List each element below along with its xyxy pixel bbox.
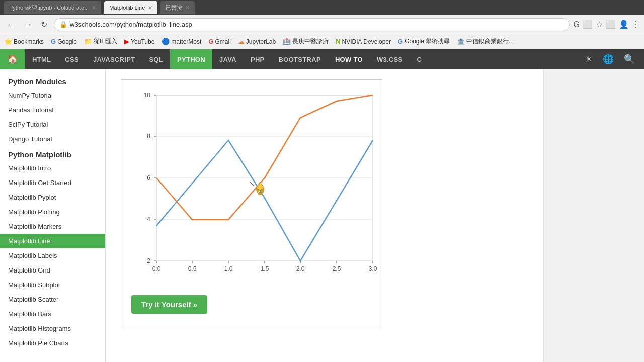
sidebar-item-scatter[interactable]: Matplotlib Scatter: [0, 292, 105, 307]
theme-toggle-button[interactable]: ☀: [581, 52, 597, 67]
translate-icon[interactable]: ⬜: [583, 20, 593, 29]
address-icons: G ⬜ ☆ ⬜ 👤 ⋮: [574, 20, 640, 29]
address-bar-row: ← → ↻ 🔒 w3schools.com/python/matplotlib_…: [0, 15, 644, 34]
sidebar-item-pyplot[interactable]: Matplotlib Pyplot: [0, 190, 105, 205]
svg-text:2.5: 2.5: [333, 265, 341, 273]
sidebar-section-modules: Python Modules: [0, 73, 105, 88]
tab-2[interactable]: Matplotlib Line ✕: [104, 1, 157, 14]
bookmark-bookmarks[interactable]: ⭐ Bookmarks: [4, 38, 44, 45]
sidebar-item-subplot[interactable]: Matplotlib Subplot: [0, 278, 105, 292]
back-button[interactable]: ←: [4, 19, 17, 30]
sidebar-item-pandas[interactable]: Pandas Tutorial: [0, 103, 105, 117]
hospital-icon: 🏥: [283, 38, 291, 45]
svg-point-33: [258, 192, 262, 195]
bookmark-nvidia[interactable]: N NVIDIA Developer: [336, 38, 391, 45]
sidebar-item-numpy[interactable]: NumPy Tutorial: [0, 88, 105, 103]
bank-icon: 🏦: [457, 38, 465, 45]
bookmark-mattermost[interactable]: 🔵 matterMost: [162, 38, 201, 45]
tab-2-close[interactable]: ✕: [148, 5, 152, 11]
jupyter-label: JupyterLab: [246, 38, 276, 45]
google-icon[interactable]: G: [574, 20, 580, 29]
ie-label: 從IE匯入: [94, 37, 117, 46]
svg-text:8: 8: [147, 133, 150, 140]
gmail-label: Gmail: [215, 38, 231, 45]
tab-3-close[interactable]: ✕: [185, 5, 190, 11]
home-button[interactable]: 🏠: [0, 49, 25, 69]
sidebar-item-plotting[interactable]: Matplotlib Plotting: [0, 205, 105, 219]
search-button[interactable]: 🔍: [620, 52, 639, 67]
bookmark-google[interactable]: G Google: [51, 38, 77, 45]
tab-1[interactable]: Python練習.ipynb - Colaborato... ✕: [4, 1, 101, 14]
lock-icon: 🔒: [59, 21, 67, 28]
sidebar-item-grid[interactable]: Matplotlib Grid: [0, 263, 105, 278]
hospital-label: 長庚中醫診所: [292, 37, 329, 46]
bookmark-scholar[interactable]: G Google 學術搜尋: [398, 37, 450, 46]
ie-icon: 📁: [84, 38, 92, 45]
page-layout: Python Modules NumPy Tutorial Pandas Tut…: [0, 69, 644, 362]
matplotlib-chart: 2 4 6 8 10 0.0 0.5 1.0 1.5 2.0: [131, 90, 383, 286]
refresh-button[interactable]: ↻: [38, 19, 50, 30]
nav-javascript[interactable]: JAVASCRIPT: [86, 49, 142, 69]
sidebar-item-django[interactable]: Django Tutorial: [0, 132, 105, 146]
scholar-icon: G: [398, 38, 403, 45]
svg-text:6: 6: [147, 174, 150, 182]
tab-1-close[interactable]: ✕: [92, 5, 96, 11]
mattermost-label: matterMost: [171, 38, 201, 45]
sidebar-item-scipy[interactable]: SciPy Tutorial: [0, 117, 105, 132]
nav-python[interactable]: PYTHON: [170, 49, 212, 69]
bookmark-jupyter[interactable]: ☁ JupyterLab: [238, 38, 276, 45]
account-icon[interactable]: 👤: [619, 20, 629, 29]
bookmark-gmail[interactable]: G Gmail: [208, 38, 230, 45]
sidepanel-icon[interactable]: ⬜: [606, 20, 616, 29]
svg-text:10: 10: [144, 92, 151, 99]
nav-php[interactable]: PHP: [244, 49, 272, 69]
nav-w3css[interactable]: W3.CSS: [370, 49, 410, 69]
chart-container: 2 4 6 8 10 0.0 0.5 1.0 1.5 2.0: [121, 79, 382, 329]
nav-howto[interactable]: HOW TO: [328, 49, 370, 69]
youtube-icon: ▶: [124, 38, 129, 45]
nav-sql[interactable]: SQL: [142, 49, 170, 69]
globe-button[interactable]: 🌐: [599, 52, 618, 67]
sidebar-item-markers[interactable]: Matplotlib Markers: [0, 219, 105, 234]
sidebar-item-line[interactable]: Matplotlib Line: [0, 234, 105, 248]
address-box[interactable]: 🔒 w3schools.com/python/matplotlib_line.a…: [54, 18, 570, 31]
sidebar-item-get-started[interactable]: Matplotlib Get Started: [0, 175, 105, 190]
sidebar-item-intro[interactable]: Matplotlib Intro: [0, 161, 105, 175]
bookmarks-bar: ⭐ Bookmarks G Google 📁 從IE匯入 ▶ YouTube 🔵…: [0, 34, 644, 49]
svg-text:0.0: 0.0: [152, 265, 161, 273]
nvidia-icon: N: [336, 38, 340, 45]
gmail-icon: G: [208, 38, 213, 45]
svg-text:2.0: 2.0: [296, 265, 305, 273]
nav-bootstrap[interactable]: BOOTSTRAP: [272, 49, 328, 69]
svg-text:3.0: 3.0: [369, 265, 377, 273]
nav-java[interactable]: JAVA: [212, 49, 244, 69]
sidebar-section-matplotlib: Python Matplotlib: [0, 146, 105, 161]
svg-text:2: 2: [147, 257, 150, 264]
bookmark-hospital[interactable]: 🏥 長庚中醫診所: [283, 37, 329, 46]
star-icon[interactable]: ☆: [596, 20, 603, 29]
svg-text:0.5: 0.5: [188, 265, 197, 273]
bookmark-youtube[interactable]: ▶ YouTube: [124, 38, 154, 45]
try-button[interactable]: Try it Yourself »: [131, 295, 207, 314]
nvidia-label: NVIDIA Developer: [342, 38, 391, 45]
bookmark-bank[interactable]: 🏦 中信銀商業銀行...: [457, 37, 514, 46]
sidebar-item-pie[interactable]: Matplotlib Pie Charts: [0, 336, 105, 350]
google-label: Google: [57, 38, 77, 45]
nav-css[interactable]: CSS: [58, 49, 86, 69]
forward-button[interactable]: →: [21, 19, 34, 30]
tab-2-label: Matplotlib Line: [109, 5, 145, 11]
tab-3-label: 已暫按: [166, 4, 182, 12]
sidebar: Python Modules NumPy Tutorial Pandas Tut…: [0, 69, 106, 362]
sidebar-item-bars[interactable]: Matplotlib Bars: [0, 307, 105, 321]
bookmarks-label: Bookmarks: [14, 38, 44, 45]
main-content: 2 4 6 8 10 0.0 0.5 1.0 1.5 2.0: [106, 69, 543, 362]
tab-3[interactable]: 已暫按 ✕: [160, 1, 195, 14]
menu-icon[interactable]: ⋮: [632, 20, 640, 29]
chart-svg: 2 4 6 8 10 0.0 0.5 1.0 1.5 2.0: [131, 90, 383, 286]
nav-c[interactable]: C: [410, 49, 429, 69]
svg-text:1.5: 1.5: [261, 265, 269, 273]
nav-html[interactable]: HTML: [25, 49, 58, 69]
sidebar-item-labels[interactable]: Matplotlib Labels: [0, 248, 105, 263]
bookmark-ie[interactable]: 📁 從IE匯入: [84, 37, 117, 46]
sidebar-item-histograms[interactable]: Matplotlib Histograms: [0, 321, 105, 336]
